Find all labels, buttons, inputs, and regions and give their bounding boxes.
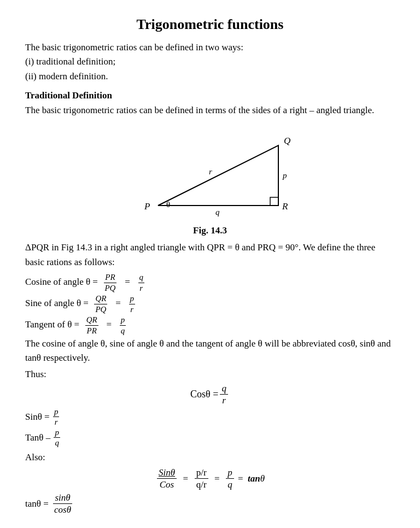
svg-text:P: P [144, 201, 150, 212]
definition-intro: ΔPQR in Fig 14.3 in a right angled trian… [25, 240, 395, 269]
cose-fraction-q-r: q r [220, 383, 228, 406]
traditional-desc: The basic trigonometric ratios can be de… [25, 103, 395, 118]
svg-text:R: R [282, 201, 288, 212]
tangent-label: Tangent of θ = [25, 319, 81, 330]
sine-short-fraction: p r [53, 407, 60, 427]
tane-bottom-line: tanθ = sinθ cosθ [25, 492, 395, 515]
intro-block: The basic trigonometric ratios can be de… [25, 40, 395, 84]
big-fraction-line: Sinθ Cos = p/r q/r = p q = tanθ [25, 467, 395, 490]
traditional-heading: Traditional Definition [25, 90, 395, 101]
tangent-def-line: Tangent of θ = QR PR = p q [25, 315, 395, 335]
sine-label: Sine of angle θ = [25, 298, 91, 308]
figure-container: P θ R Q r p q Fig. 14.3 [25, 126, 395, 236]
svg-text:Q: Q [284, 136, 290, 146]
thus-block: Thus: [25, 369, 395, 380]
sine-short-line: Sinθ = p r [25, 407, 395, 427]
pq-over-rr-fraction: p/r q/r [195, 467, 208, 490]
sine-fraction-qr-pq: QR PQ [94, 294, 107, 314]
cosine-label: Cosine of angle θ = [25, 277, 100, 287]
tane-short-fraction: p q [54, 428, 60, 448]
tangent-fraction-qr-pr: QR PR [85, 315, 98, 335]
sine-def-line: Sine of angle θ = QR PQ = p r [25, 294, 395, 314]
svg-text:θ: θ [166, 200, 170, 209]
cosine-fraction-q-r: q r [138, 273, 145, 292]
intro-line2: (i) traditional definition; [25, 56, 115, 67]
tane-short-line: Tanθ – p q [25, 428, 395, 448]
cosine-fraction-pr-pq: PR PQ [103, 273, 116, 292]
triangle-svg: P θ R Q r p q [122, 126, 298, 222]
svg-text:q: q [215, 208, 220, 216]
intro-line3: (ii) modern definition. [25, 71, 108, 81]
abbrev-text: The cosine of angle θ, sine of angle θ a… [25, 337, 395, 366]
main-title: Trigonometric functions [25, 16, 395, 33]
p-q-final-fraction: p q [226, 467, 234, 490]
sine-fraction-p-r: p r [129, 294, 136, 314]
thus-label: Thus: [25, 369, 46, 379]
cose-centered-line: Cosθ = q r [25, 383, 395, 406]
tangent-fraction-p-q: p q [120, 315, 126, 335]
intro-line1: The basic trigonometric ratios can be de… [25, 42, 243, 52]
fig-caption: Fig. 14.3 [193, 225, 227, 236]
cosine-def-line: Cosine of angle θ = PR PQ = q r [25, 273, 395, 292]
svg-text:p: p [282, 171, 287, 180]
svg-rect-1 [270, 197, 278, 206]
sin-cos-fraction: Sinθ Cos [157, 467, 177, 490]
tane-sincos-fraction: sinθ cosθ [52, 492, 73, 515]
also-label: Also: [25, 452, 395, 463]
svg-text:r: r [209, 167, 212, 176]
svg-marker-0 [158, 145, 278, 206]
